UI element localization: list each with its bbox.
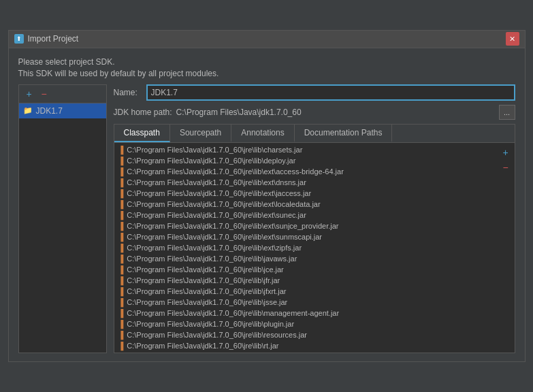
file-list-item[interactable]: ▐C:\Program Files\Java\jdk1.7.0_60\jre\l… bbox=[114, 297, 497, 308]
file-path: C:\Program Files\Java\jdk1.7.0_60\jre\li… bbox=[127, 157, 295, 165]
jar-icon: ▐ bbox=[118, 233, 124, 241]
jar-icon: ▐ bbox=[118, 244, 124, 252]
remove-sdk-button[interactable]: − bbox=[37, 87, 51, 101]
import-project-dialog: ⬆ Import Project ✕ Please select project… bbox=[8, 30, 526, 363]
file-path: C:\Program Files\Java\jdk1.7.0_60\jre\li… bbox=[127, 265, 283, 274]
file-list-item[interactable]: ▐C:\Program Files\Java\jdk1.7.0_60\jre\l… bbox=[114, 253, 497, 264]
file-path: C:\Program Files\Java\jdk1.7.0_60\jre\li… bbox=[127, 244, 302, 252]
left-panel-toolbar: + − bbox=[19, 85, 106, 103]
tab-content: ▐C:\Program Files\Java\jdk1.7.0_60\jre\l… bbox=[114, 143, 515, 353]
description-line2: This SDK will be used by default by all … bbox=[18, 68, 515, 80]
name-input[interactable] bbox=[146, 84, 515, 101]
file-list: ▐C:\Program Files\Java\jdk1.7.0_60\jre\l… bbox=[114, 143, 497, 353]
jar-icon: ▐ bbox=[118, 255, 124, 263]
jdk-path-value: C:\Program Files\Java\jdk1.7.0_60 bbox=[176, 108, 495, 117]
tab-sourcepath[interactable]: Sourcepath bbox=[170, 125, 231, 142]
title-bar-content: ⬆ Import Project bbox=[14, 34, 79, 44]
file-path: C:\Program Files\Java\jdk1.7.0_60\jre\li… bbox=[127, 167, 344, 176]
file-path: C:\Program Files\Java\jdk1.7.0_60\jre\li… bbox=[127, 200, 320, 208]
jdk-path-row: JDK home path: C:\Program Files\Java\jdk… bbox=[114, 105, 515, 120]
jdk-path-label: JDK home path: bbox=[114, 108, 172, 117]
file-list-item[interactable]: ▐C:\Program Files\Java\jdk1.7.0_60\jre\l… bbox=[114, 275, 497, 286]
main-content: + − 📁 JDK1.7 Name: bbox=[18, 84, 515, 353]
file-list-item[interactable]: ▐C:\Program Files\Java\jdk1.7.0_60\jre\l… bbox=[114, 242, 497, 253]
jar-icon: ▐ bbox=[118, 189, 124, 197]
side-buttons: + − bbox=[497, 143, 515, 353]
file-path: C:\Program Files\Java\jdk1.7.0_60\jre\li… bbox=[127, 222, 338, 230]
file-path: C:\Program Files\Java\jdk1.7.0_60\jre\li… bbox=[127, 342, 278, 350]
file-list-item[interactable]: ▐C:\Program Files\Java\jdk1.7.0_60\jre\l… bbox=[114, 329, 497, 340]
tabs-bar: Classpath Sourcepath Annotations Documen… bbox=[114, 125, 515, 143]
file-path: C:\Program Files\Java\jdk1.7.0_60\jre\li… bbox=[127, 146, 302, 154]
file-path: C:\Program Files\Java\jdk1.7.0_60\jre\li… bbox=[127, 233, 322, 241]
jar-icon: ▐ bbox=[118, 222, 124, 230]
jar-icon: ▐ bbox=[118, 200, 124, 208]
sdk-folder-icon: 📁 bbox=[23, 106, 33, 116]
file-list-item[interactable]: ▐C:\Program Files\Java\jdk1.7.0_60\jre\l… bbox=[114, 264, 497, 275]
file-path: C:\Program Files\Java\jdk1.7.0_60\jre\li… bbox=[127, 309, 339, 317]
file-list-item[interactable]: ▐C:\Program Files\Java\jdk1.7.0_60\jre\l… bbox=[114, 340, 497, 351]
close-button[interactable]: ✕ bbox=[506, 32, 519, 46]
file-path: C:\Program Files\Java\jdk1.7.0_60\jre\li… bbox=[127, 178, 306, 186]
file-list-item[interactable]: ▐C:\Program Files\Java\jdk1.7.0_60\jre\l… bbox=[114, 155, 497, 166]
file-list-item[interactable]: ▐C:\Program Files\Java\jdk1.7.0_60\jre\l… bbox=[114, 210, 497, 220]
jar-icon: ▐ bbox=[118, 287, 124, 295]
file-path: C:\Program Files\Java\jdk1.7.0_60\jre\li… bbox=[127, 276, 280, 284]
add-file-button[interactable]: + bbox=[499, 146, 513, 159]
dialog-title: Import Project bbox=[28, 34, 79, 44]
tab-docpaths[interactable]: Documentation Paths bbox=[295, 125, 393, 142]
browse-button[interactable]: ... bbox=[499, 105, 515, 120]
file-list-item[interactable]: ▐C:\Program Files\Java\jdk1.7.0_60\jre\l… bbox=[114, 286, 497, 297]
file-path: C:\Program Files\Java\jdk1.7.0_60\jre\li… bbox=[127, 320, 294, 328]
jar-icon: ▐ bbox=[118, 298, 124, 306]
jar-icon: ▐ bbox=[118, 331, 124, 339]
jar-icon: ▐ bbox=[118, 309, 124, 317]
file-path: C:\Program Files\Java\jdk1.7.0_60\jre\li… bbox=[127, 255, 297, 263]
file-list-item[interactable]: ▐C:\Program Files\Java\jdk1.7.0_60\jre\l… bbox=[114, 144, 497, 155]
jar-icon: ▐ bbox=[118, 276, 124, 284]
title-bar: ⬆ Import Project ✕ bbox=[9, 31, 525, 48]
jar-icon: ▐ bbox=[118, 157, 124, 165]
jar-icon: ▐ bbox=[118, 146, 124, 154]
description: Please select project SDK. This SDK will… bbox=[18, 56, 515, 80]
file-path: C:\Program Files\Java\jdk1.7.0_60\jre\li… bbox=[127, 211, 306, 219]
jar-icon: ▐ bbox=[118, 167, 124, 176]
sdk-item-label: JDK1.7 bbox=[36, 106, 63, 116]
file-path: C:\Program Files\Java\jdk1.7.0_60\jre\li… bbox=[127, 331, 307, 339]
file-list-item[interactable]: ▐C:\Program Files\Java\jdk1.7.0_60\jre\l… bbox=[114, 177, 497, 188]
file-list-item[interactable]: ▐C:\Program Files\Java\jdk1.7.0_60\jre\l… bbox=[114, 199, 497, 210]
sdk-item-jdk17[interactable]: 📁 JDK1.7 bbox=[19, 103, 106, 118]
jar-icon: ▐ bbox=[118, 211, 124, 219]
file-list-item[interactable]: ▐C:\Program Files\Java\jdk1.7.0_60\jre\l… bbox=[114, 308, 497, 318]
tabs-container: Classpath Sourcepath Annotations Documen… bbox=[114, 124, 515, 353]
jar-icon: ▐ bbox=[118, 178, 124, 186]
file-path: C:\Program Files\Java\jdk1.7.0_60\jre\li… bbox=[127, 189, 311, 197]
file-list-item[interactable]: ▐C:\Program Files\Java\jdk1.7.0_60\jre\l… bbox=[114, 188, 497, 199]
tab-classpath[interactable]: Classpath bbox=[114, 125, 170, 142]
jar-icon: ▐ bbox=[118, 342, 124, 350]
jar-icon: ▐ bbox=[118, 320, 124, 328]
tab-annotations[interactable]: Annotations bbox=[231, 125, 294, 142]
name-row: Name: bbox=[114, 84, 515, 101]
sdk-list: 📁 JDK1.7 bbox=[19, 103, 106, 353]
dialog-body: Please select project SDK. This SDK will… bbox=[9, 48, 525, 362]
remove-file-button[interactable]: − bbox=[499, 161, 513, 174]
left-panel: + − 📁 JDK1.7 bbox=[18, 84, 107, 353]
right-panel: Name: JDK home path: C:\Program Files\Ja… bbox=[114, 84, 515, 353]
jar-icon: ▐ bbox=[118, 265, 124, 274]
file-path: C:\Program Files\Java\jdk1.7.0_60\jre\li… bbox=[127, 287, 286, 295]
file-list-item[interactable]: ▐C:\Program Files\Java\jdk1.7.0_60\jre\l… bbox=[114, 220, 497, 231]
dialog-icon: ⬆ bbox=[14, 34, 24, 44]
file-path: C:\Program Files\Java\jdk1.7.0_60\jre\li… bbox=[127, 298, 287, 306]
description-line1: Please select project SDK. bbox=[18, 56, 515, 68]
name-label: Name: bbox=[114, 88, 141, 97]
file-list-item[interactable]: ▐C:\Program Files\Java\jdk1.7.0_60\jre\l… bbox=[114, 318, 497, 329]
file-list-item[interactable]: ▐C:\Program Files\Java\jdk1.7.0_60\jre\l… bbox=[114, 231, 497, 242]
add-sdk-button[interactable]: + bbox=[22, 87, 36, 101]
file-list-item[interactable]: ▐C:\Program Files\Java\jdk1.7.0_60\jre\l… bbox=[114, 166, 497, 177]
